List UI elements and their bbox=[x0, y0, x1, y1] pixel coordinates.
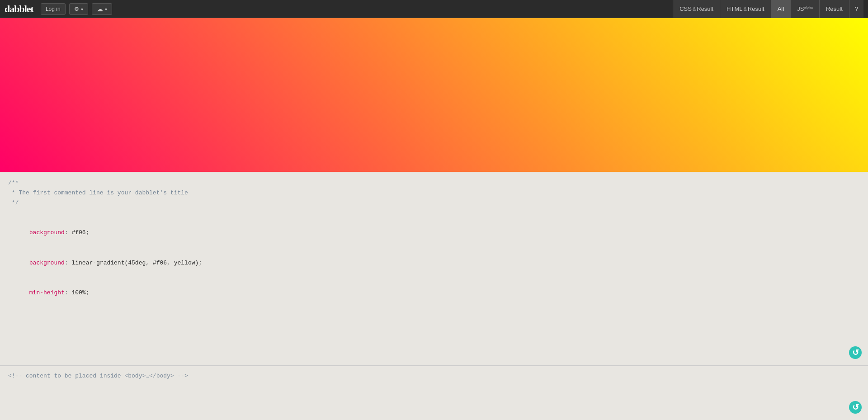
css-refresh-icon bbox=[852, 348, 859, 358]
tab-js-alpha[interactable]: JSalpha bbox=[790, 0, 819, 18]
settings-button[interactable] bbox=[69, 3, 88, 15]
css-value-bg2: linear-gradient(45deg, #f06, yellow) bbox=[71, 260, 198, 266]
css-property-bg2: background bbox=[29, 260, 65, 266]
html-refresh-button[interactable] bbox=[849, 401, 862, 414]
header: dabblet Log in CSS & Result HTML & Resul… bbox=[0, 0, 868, 18]
editors-area: /** * The first commented line is your d… bbox=[0, 172, 868, 420]
css-editor[interactable]: /** * The first commented line is your d… bbox=[0, 172, 868, 366]
css-property-minheight: min-height bbox=[29, 289, 65, 296]
tab-all-label: All bbox=[778, 5, 784, 12]
tab-html-label: HTML bbox=[726, 5, 742, 12]
css-line-2: * The first commented line is your dabbl… bbox=[8, 188, 860, 198]
html-comment-line: <!-- content to be placed inside <body>…… bbox=[8, 373, 860, 379]
css-line-bg2: background: linear-gradient(45deg, #f06,… bbox=[8, 248, 860, 278]
logo: dabblet bbox=[5, 3, 33, 15]
css-line-bg1: background: #f06; bbox=[8, 218, 860, 248]
css-line-1: /** bbox=[8, 178, 860, 188]
cloud-button[interactable] bbox=[92, 3, 112, 15]
tab-all[interactable]: All bbox=[771, 0, 790, 18]
tab-result-only-label: Result bbox=[826, 5, 843, 12]
css-refresh-button[interactable] bbox=[849, 346, 862, 359]
tab-result-label: Result bbox=[697, 5, 713, 12]
login-label: Log in bbox=[46, 6, 61, 12]
tab-css-amp: & bbox=[693, 6, 696, 12]
tab-js-label: JSalpha bbox=[797, 5, 813, 12]
html-refresh-icon bbox=[852, 402, 859, 412]
view-tabs: CSS & Result HTML & Result All JSalpha R… bbox=[673, 0, 863, 18]
css-value-bg1: #f06 bbox=[71, 229, 85, 236]
chevron-down-icon bbox=[81, 6, 83, 12]
tab-html-result-label: Result bbox=[748, 5, 764, 12]
tab-html-result[interactable]: HTML & Result bbox=[720, 0, 771, 18]
gear-icon bbox=[74, 6, 79, 12]
css-line-3: */ bbox=[8, 198, 860, 208]
css-value-minheight: 100% bbox=[71, 289, 85, 296]
css-property-bg1: background bbox=[29, 229, 65, 236]
css-line-minheight: min-height: 100%; bbox=[8, 278, 860, 308]
cloud-icon bbox=[97, 5, 103, 13]
tab-result[interactable]: Result bbox=[819, 0, 849, 18]
chevron-down-icon-2 bbox=[105, 6, 107, 12]
css-line-blank bbox=[8, 208, 860, 218]
login-button[interactable]: Log in bbox=[41, 3, 66, 15]
tab-html-amp: & bbox=[744, 6, 747, 12]
tab-css-result[interactable]: CSS & Result bbox=[673, 0, 720, 18]
help-button[interactable]: ? bbox=[849, 0, 863, 18]
help-label: ? bbox=[855, 5, 858, 12]
tab-css-label: CSS bbox=[679, 5, 692, 12]
preview-area bbox=[0, 18, 868, 172]
html-editor[interactable]: <!-- content to be placed inside <body>…… bbox=[0, 366, 868, 420]
